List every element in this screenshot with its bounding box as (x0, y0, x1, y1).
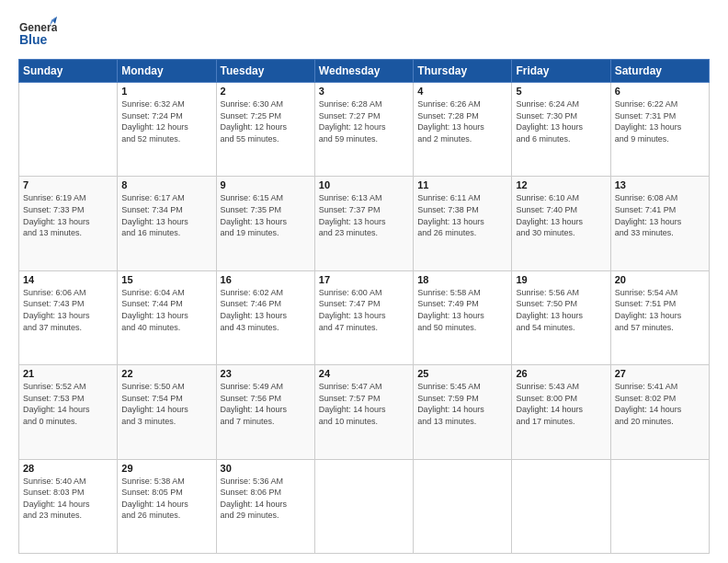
cell-date-number: 5 (516, 86, 606, 97)
cell-date-number: 20 (615, 274, 705, 285)
cell-info: Sunrise: 6:04 AM Sunset: 7:44 PM Dayligh… (121, 287, 211, 333)
cell-info: Sunrise: 5:52 AM Sunset: 7:53 PM Dayligh… (23, 381, 113, 427)
calendar-cell: 29Sunrise: 5:38 AM Sunset: 8:05 PM Dayli… (118, 459, 216, 553)
cell-date-number: 28 (23, 463, 113, 474)
cell-date-number: 29 (121, 463, 211, 474)
calendar-cell: 25Sunrise: 5:45 AM Sunset: 7:59 PM Dayli… (414, 365, 512, 459)
cell-info: Sunrise: 6:11 AM Sunset: 7:38 PM Dayligh… (417, 192, 507, 238)
calendar-cell (314, 459, 413, 553)
cell-date-number: 2 (221, 86, 311, 97)
calendar-cell: 14Sunrise: 6:06 AM Sunset: 7:43 PM Dayli… (19, 270, 118, 364)
cell-date-number: 23 (221, 368, 311, 379)
cell-date-number: 11 (417, 179, 507, 190)
cell-date-number: 7 (23, 179, 113, 190)
calendar-cell: 8Sunrise: 6:17 AM Sunset: 7:34 PM Daylig… (118, 177, 216, 270)
calendar-cell: 6Sunrise: 6:22 AM Sunset: 7:31 PM Daylig… (610, 83, 709, 177)
cell-info: Sunrise: 5:50 AM Sunset: 7:54 PM Dayligh… (121, 381, 211, 427)
calendar-cell: 16Sunrise: 6:02 AM Sunset: 7:46 PM Dayli… (216, 270, 314, 364)
calendar-cell: 27Sunrise: 5:41 AM Sunset: 8:02 PM Dayli… (610, 365, 709, 459)
cell-info: Sunrise: 5:56 AM Sunset: 7:50 PM Dayligh… (516, 287, 606, 333)
page: General Blue SundayMondayTuesdayWednesda… (0, 0, 728, 563)
cell-date-number: 12 (516, 179, 606, 190)
calendar-cell: 24Sunrise: 5:47 AM Sunset: 7:57 PM Dayli… (314, 365, 413, 459)
cell-date-number: 16 (221, 274, 311, 285)
cell-date-number: 25 (417, 368, 507, 379)
cell-date-number: 10 (319, 179, 409, 190)
calendar-cell (512, 459, 610, 553)
calendar-cell (610, 459, 709, 553)
cell-info: Sunrise: 6:22 AM Sunset: 7:31 PM Dayligh… (615, 98, 705, 144)
calendar-cell: 1Sunrise: 6:32 AM Sunset: 7:24 PM Daylig… (118, 83, 216, 177)
cell-date-number: 18 (417, 274, 507, 285)
cell-info: Sunrise: 6:24 AM Sunset: 7:30 PM Dayligh… (516, 98, 606, 144)
calendar-cell: 4Sunrise: 6:26 AM Sunset: 7:28 PM Daylig… (414, 83, 512, 177)
general-blue-logo-svg: General Blue (18, 15, 57, 53)
cell-date-number: 22 (121, 368, 211, 379)
cell-info: Sunrise: 5:58 AM Sunset: 7:49 PM Dayligh… (417, 287, 507, 333)
cell-info: Sunrise: 5:41 AM Sunset: 8:02 PM Dayligh… (615, 381, 705, 427)
logo: General Blue (18, 15, 57, 53)
cell-info: Sunrise: 6:13 AM Sunset: 7:37 PM Dayligh… (319, 192, 409, 238)
week-row-3: 14Sunrise: 6:06 AM Sunset: 7:43 PM Dayli… (19, 270, 710, 364)
day-header-tuesday: Tuesday (216, 60, 314, 83)
cell-date-number: 8 (121, 179, 211, 190)
cell-info: Sunrise: 5:54 AM Sunset: 7:51 PM Dayligh… (615, 287, 705, 333)
calendar-cell: 26Sunrise: 5:43 AM Sunset: 8:00 PM Dayli… (512, 365, 610, 459)
cell-info: Sunrise: 6:02 AM Sunset: 7:46 PM Dayligh… (221, 287, 311, 333)
day-header-wednesday: Wednesday (314, 60, 413, 83)
cell-date-number: 21 (23, 368, 113, 379)
calendar-cell: 18Sunrise: 5:58 AM Sunset: 7:49 PM Dayli… (414, 270, 512, 364)
calendar-cell: 12Sunrise: 6:10 AM Sunset: 7:40 PM Dayli… (512, 177, 610, 270)
cell-date-number: 27 (615, 368, 705, 379)
cell-info: Sunrise: 5:45 AM Sunset: 7:59 PM Dayligh… (417, 381, 507, 427)
day-header-sunday: Sunday (19, 60, 118, 83)
day-header-friday: Friday (512, 60, 610, 83)
calendar-cell: 30Sunrise: 5:36 AM Sunset: 8:06 PM Dayli… (216, 459, 314, 553)
day-header-row: SundayMondayTuesdayWednesdayThursdayFrid… (19, 60, 710, 83)
cell-info: Sunrise: 5:36 AM Sunset: 8:06 PM Dayligh… (221, 476, 311, 522)
cell-info: Sunrise: 5:49 AM Sunset: 7:56 PM Dayligh… (221, 381, 311, 427)
cell-date-number: 1 (121, 86, 211, 97)
cell-info: Sunrise: 6:32 AM Sunset: 7:24 PM Dayligh… (121, 98, 211, 144)
calendar-cell: 5Sunrise: 6:24 AM Sunset: 7:30 PM Daylig… (512, 83, 610, 177)
calendar-cell: 21Sunrise: 5:52 AM Sunset: 7:53 PM Dayli… (19, 365, 118, 459)
calendar-cell: 11Sunrise: 6:11 AM Sunset: 7:38 PM Dayli… (414, 177, 512, 270)
logo-icon: General Blue (18, 15, 57, 53)
calendar-cell: 20Sunrise: 5:54 AM Sunset: 7:51 PM Dayli… (610, 270, 709, 364)
cell-date-number: 9 (221, 179, 311, 190)
cell-date-number: 26 (516, 368, 606, 379)
cell-info: Sunrise: 6:19 AM Sunset: 7:33 PM Dayligh… (23, 192, 113, 238)
cell-info: Sunrise: 6:28 AM Sunset: 7:27 PM Dayligh… (319, 98, 409, 144)
svg-text:Blue: Blue (19, 32, 48, 47)
calendar-cell: 3Sunrise: 6:28 AM Sunset: 7:27 PM Daylig… (314, 83, 413, 177)
cell-info: Sunrise: 5:43 AM Sunset: 8:00 PM Dayligh… (516, 381, 606, 427)
cell-info: Sunrise: 6:06 AM Sunset: 7:43 PM Dayligh… (23, 287, 113, 333)
cell-info: Sunrise: 6:26 AM Sunset: 7:28 PM Dayligh… (417, 98, 507, 144)
calendar-cell: 9Sunrise: 6:15 AM Sunset: 7:35 PM Daylig… (216, 177, 314, 270)
calendar-cell: 10Sunrise: 6:13 AM Sunset: 7:37 PM Dayli… (314, 177, 413, 270)
calendar-cell: 15Sunrise: 6:04 AM Sunset: 7:44 PM Dayli… (118, 270, 216, 364)
cell-date-number: 6 (615, 86, 705, 97)
day-header-saturday: Saturday (610, 60, 709, 83)
cell-info: Sunrise: 6:30 AM Sunset: 7:25 PM Dayligh… (221, 98, 311, 144)
calendar-cell: 23Sunrise: 5:49 AM Sunset: 7:56 PM Dayli… (216, 365, 314, 459)
cell-info: Sunrise: 5:38 AM Sunset: 8:05 PM Dayligh… (121, 476, 211, 522)
calendar-cell: 7Sunrise: 6:19 AM Sunset: 7:33 PM Daylig… (19, 177, 118, 270)
cell-info: Sunrise: 6:17 AM Sunset: 7:34 PM Dayligh… (121, 192, 211, 238)
day-header-monday: Monday (118, 60, 216, 83)
cell-info: Sunrise: 5:47 AM Sunset: 7:57 PM Dayligh… (319, 381, 409, 427)
cell-date-number: 19 (516, 274, 606, 285)
cell-date-number: 15 (121, 274, 211, 285)
calendar-table: SundayMondayTuesdayWednesdayThursdayFrid… (18, 59, 710, 554)
cell-date-number: 14 (23, 274, 113, 285)
calendar-cell: 2Sunrise: 6:30 AM Sunset: 7:25 PM Daylig… (216, 83, 314, 177)
calendar-cell: 13Sunrise: 6:08 AM Sunset: 7:41 PM Dayli… (610, 177, 709, 270)
cell-date-number: 3 (319, 86, 409, 97)
cell-date-number: 30 (221, 463, 311, 474)
header: General Blue (18, 15, 710, 53)
day-header-thursday: Thursday (414, 60, 512, 83)
cell-info: Sunrise: 6:08 AM Sunset: 7:41 PM Dayligh… (615, 192, 705, 238)
week-row-2: 7Sunrise: 6:19 AM Sunset: 7:33 PM Daylig… (19, 177, 710, 270)
cell-date-number: 24 (319, 368, 409, 379)
cell-date-number: 4 (417, 86, 507, 97)
